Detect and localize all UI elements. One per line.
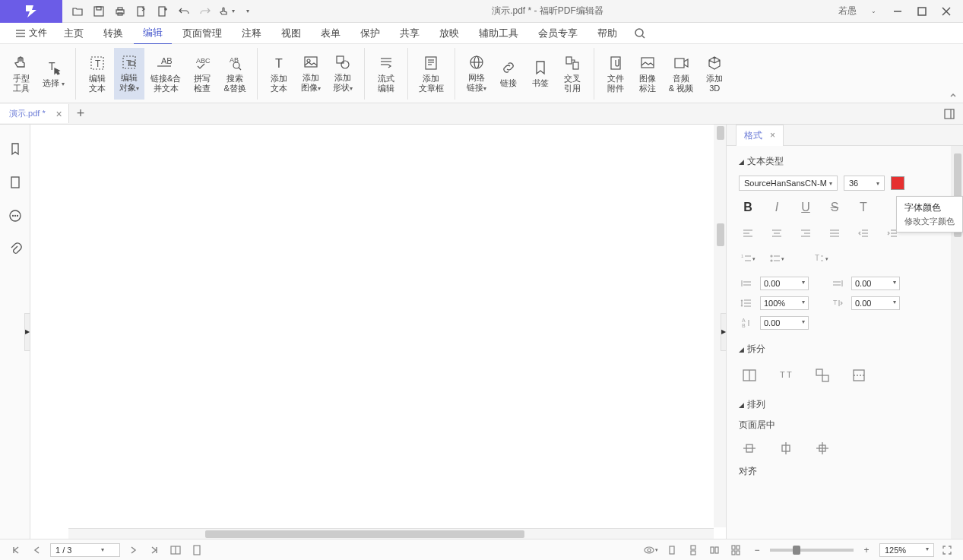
bookmark-panel-icon[interactable] (6, 140, 24, 158)
menu-edit[interactable]: 编辑 (134, 22, 172, 45)
menu-home[interactable]: 主页 (55, 23, 93, 44)
tool-add-text[interactable]: T添加 文本 (264, 48, 294, 100)
tool-file-attach[interactable]: 文件 附件 (600, 48, 631, 100)
close-icon[interactable] (936, 2, 957, 21)
menu-comment[interactable]: 注释 (233, 23, 271, 44)
para-before-dropdown[interactable]: 0.00▾ (760, 277, 809, 290)
tool-add-shape[interactable]: 添加 形状▾ (328, 48, 358, 100)
user-name[interactable]: 若愚 (838, 5, 857, 17)
minimize-icon[interactable] (887, 2, 908, 21)
tool-add-image[interactable]: 添加 图像▾ (296, 48, 326, 100)
app-logo[interactable] (0, 0, 62, 23)
single-page-icon[interactable] (188, 542, 205, 558)
open-icon[interactable] (68, 2, 87, 21)
toggle-panel-icon[interactable] (936, 105, 963, 123)
tool-audio-video[interactable]: 音频 & 视频 (664, 48, 698, 100)
menu-convert[interactable]: 转换 (94, 23, 132, 44)
text-scale-icon[interactable]: T▾ (812, 250, 830, 268)
char-spacing-dropdown[interactable]: 0.00▾ (851, 296, 900, 310)
tool-flow-edit[interactable]: 流式 编辑 (371, 48, 401, 100)
tab-close-icon[interactable]: × (56, 108, 62, 120)
horizontal-scrollbar[interactable] (68, 528, 714, 539)
para-after-dropdown[interactable]: 0.00▾ (851, 277, 900, 290)
bold-button[interactable]: B (739, 198, 757, 217)
indent-decrease-icon[interactable] (854, 224, 873, 242)
tool-web-link[interactable]: 网络 链接▾ (461, 48, 492, 100)
prev-page-icon[interactable] (29, 542, 46, 558)
arrange-section[interactable]: ◢排列 (739, 395, 951, 414)
center-horizontal-icon[interactable] (739, 438, 760, 459)
line-spacing-dropdown[interactable]: 100%▾ (760, 296, 809, 310)
view-mode-icon[interactable]: ▾ (642, 542, 659, 558)
facing-view-icon[interactable] (706, 542, 723, 558)
underline-button[interactable]: U (797, 198, 815, 217)
tool-image-annot[interactable]: 图像 标注 (632, 48, 663, 100)
export-icon[interactable] (132, 2, 150, 21)
center-both-icon[interactable] (812, 438, 833, 459)
text-type-section[interactable]: ◢文本类型 (739, 152, 951, 171)
pages-panel-icon[interactable] (6, 173, 24, 191)
menu-view[interactable]: 视图 (272, 23, 310, 44)
split-section[interactable]: ◢拆分 (739, 340, 951, 359)
first-page-icon[interactable] (8, 542, 24, 558)
tool-edit-text[interactable]: T编辑 文本 (82, 48, 112, 100)
search-icon[interactable] (631, 24, 649, 43)
tool-select[interactable]: T选择 ▾ (38, 48, 69, 100)
tool-link[interactable]: 链接 (493, 48, 524, 100)
menu-share[interactable]: 共享 (391, 23, 429, 44)
strikethrough-button[interactable]: S (825, 198, 844, 217)
tool-crossref[interactable]: 交叉 引用 (557, 48, 588, 100)
menu-vip[interactable]: 会员专享 (529, 23, 587, 44)
last-page-icon[interactable] (146, 542, 163, 558)
expand-left-sidebar[interactable]: ▶ (24, 313, 30, 351)
font-dropdown[interactable]: SourceHanSansCN-M▾ (739, 176, 838, 191)
tool-edit-object[interactable]: T编辑 对象▾ (114, 48, 144, 100)
font-size-dropdown[interactable]: 36▾ (844, 176, 885, 191)
touch-icon[interactable]: ▾ (217, 2, 236, 21)
tool-add-article[interactable]: 添加 文章框 (414, 48, 448, 100)
qat-more-icon[interactable]: ▾ (239, 2, 257, 21)
undo-icon[interactable] (175, 2, 193, 21)
document-tab[interactable]: 演示.pdf *× (0, 104, 69, 123)
save-icon[interactable] (90, 2, 108, 21)
bullet-list-icon[interactable]: ▾ (768, 250, 786, 268)
superscript-button[interactable]: T (854, 198, 873, 217)
tool-spell[interactable]: ABC拼写 检查 (187, 48, 217, 100)
tool-bookmark[interactable]: 书签 (525, 48, 556, 100)
italic-button[interactable]: I (768, 198, 786, 217)
numbered-list-icon[interactable]: 1▾ (739, 250, 757, 268)
comments-panel-icon[interactable] (6, 207, 24, 225)
zoom-out-icon[interactable]: − (749, 542, 765, 558)
tool-search[interactable]: AB搜索 &替换 (219, 48, 250, 100)
menu-play[interactable]: 放映 (430, 23, 468, 44)
align-left-icon[interactable] (739, 224, 757, 242)
continuous-view-icon[interactable] (685, 542, 702, 558)
link-boxes-icon[interactable] (812, 365, 833, 386)
format-tab-close-icon[interactable]: × (770, 130, 775, 141)
collapse-right-panel[interactable]: ▶ (721, 313, 727, 351)
unlink-boxes-icon[interactable] (848, 365, 870, 386)
format-tab[interactable]: 格式× (736, 125, 784, 146)
attachments-panel-icon[interactable] (6, 240, 24, 258)
zoom-dropdown[interactable]: 125%▾ (879, 543, 934, 557)
redo-icon[interactable] (196, 2, 214, 21)
print-icon[interactable] (111, 2, 129, 21)
menu-form[interactable]: 表单 (312, 23, 350, 44)
tool-link-join[interactable]: AB链接&合 并文本 (146, 48, 185, 100)
tool-add-3d[interactable]: 添加 3D (699, 48, 730, 100)
reading-mode-icon[interactable] (167, 542, 184, 558)
merge-cells-icon[interactable] (739, 365, 760, 386)
tool-hand[interactable]: 手型 工具 (6, 48, 36, 100)
zoom-in-icon[interactable]: + (858, 542, 875, 558)
collapse-ribbon-icon[interactable] (949, 92, 957, 100)
menu-tools[interactable]: 辅助工具 (470, 23, 527, 44)
split-text-icon[interactable]: TT (775, 365, 797, 386)
align-right-icon[interactable] (797, 224, 815, 242)
page-number-input[interactable]: 1 / 3▾ (50, 543, 120, 557)
single-view-icon[interactable] (664, 542, 680, 558)
next-page-icon[interactable] (125, 542, 141, 558)
user-dropdown-icon[interactable]: ⌄ (863, 2, 884, 21)
page-canvas[interactable] (68, 125, 711, 527)
continuous-facing-icon[interactable] (727, 542, 744, 558)
menu-protect[interactable]: 保护 (351, 23, 389, 44)
